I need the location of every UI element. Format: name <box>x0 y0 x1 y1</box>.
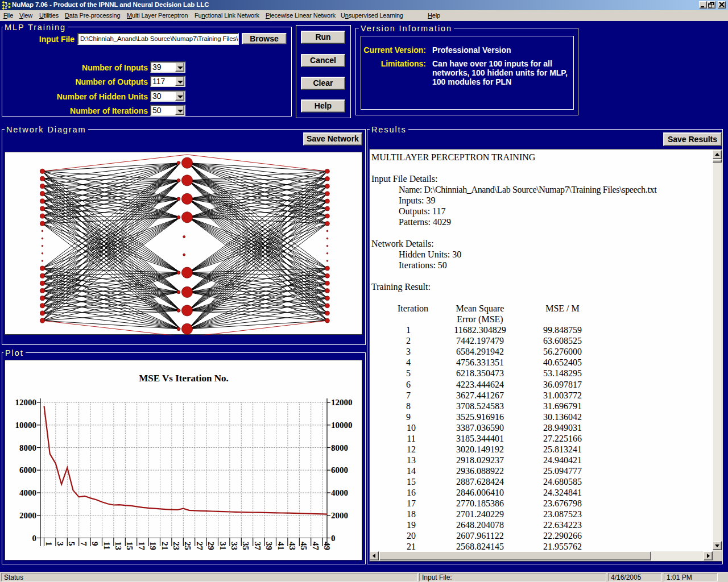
svg-text:13: 13 <box>114 542 123 550</box>
svg-text:11: 11 <box>102 542 111 550</box>
svg-text:9: 9 <box>90 542 100 546</box>
svg-text:2000: 2000 <box>331 511 348 520</box>
svg-text:29: 29 <box>206 542 216 550</box>
svg-text:2000: 2000 <box>19 511 36 520</box>
svg-text:17: 17 <box>137 542 146 551</box>
svg-text:8000: 8000 <box>19 443 36 452</box>
svg-text:41: 41 <box>276 542 286 550</box>
svg-text:6000: 6000 <box>331 465 348 475</box>
svg-text:31: 31 <box>218 542 228 550</box>
svg-text:23: 23 <box>172 542 181 550</box>
svg-text:5: 5 <box>67 542 76 546</box>
svg-text:45: 45 <box>299 542 308 550</box>
svg-text:39: 39 <box>264 542 274 550</box>
svg-text:27: 27 <box>195 542 204 551</box>
svg-text:25: 25 <box>183 542 192 550</box>
svg-text:MSE Vs Iteration No.: MSE Vs Iteration No. <box>139 373 228 384</box>
svg-text:19: 19 <box>148 542 158 550</box>
svg-text:37: 37 <box>253 542 262 551</box>
svg-text:43: 43 <box>288 542 297 550</box>
svg-text:8000: 8000 <box>331 443 348 452</box>
svg-text:10000: 10000 <box>331 421 353 430</box>
svg-text:1: 1 <box>44 542 53 546</box>
svg-text:33: 33 <box>230 542 239 550</box>
svg-text:0: 0 <box>32 534 37 543</box>
svg-text:4000: 4000 <box>331 488 348 497</box>
svg-text:12000: 12000 <box>331 398 353 407</box>
svg-text:6000: 6000 <box>19 465 36 475</box>
svg-text:3: 3 <box>56 542 65 546</box>
svg-text:10000: 10000 <box>15 421 37 430</box>
svg-text:7: 7 <box>79 542 88 546</box>
svg-text:12000: 12000 <box>15 398 37 407</box>
svg-text:47: 47 <box>311 542 320 551</box>
svg-text:15: 15 <box>125 542 134 550</box>
svg-text:21: 21 <box>160 542 169 550</box>
svg-text:4000: 4000 <box>19 488 36 497</box>
svg-text:49: 49 <box>322 542 332 550</box>
svg-text:35: 35 <box>241 542 250 550</box>
